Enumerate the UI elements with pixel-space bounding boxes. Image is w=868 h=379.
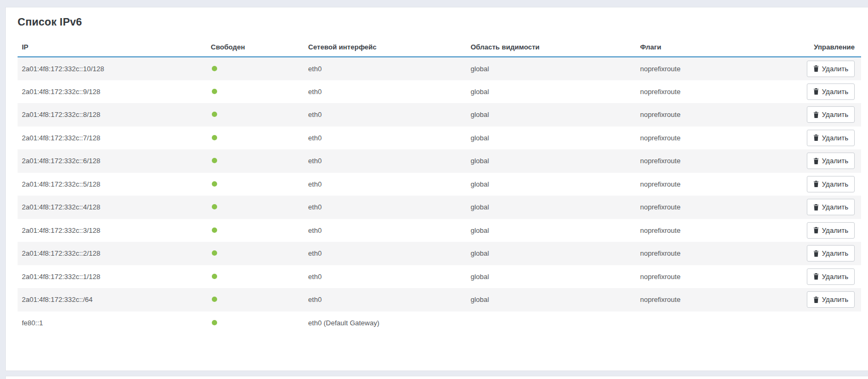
table-row: 2a01:4f8:172:332c::8/128 eth0 global nop…: [18, 103, 861, 127]
column-header-free: Свободен: [206, 38, 304, 57]
column-header-scope: Область видимости: [466, 38, 636, 57]
delete-button[interactable]: Удалить: [807, 176, 855, 192]
free-cell: [206, 196, 304, 219]
delete-button[interactable]: Удалить: [807, 199, 855, 215]
manage-cell: Удалить: [802, 219, 861, 242]
scope-cell: global: [466, 103, 636, 127]
delete-button[interactable]: Удалить: [807, 153, 855, 169]
flags-cell: noprefixroute: [636, 288, 802, 311]
ip-cell: 2a01:4f8:172:332c::2/128: [18, 242, 206, 265]
table-row: 2a01:4f8:172:332c::3/128 eth0 global nop…: [18, 219, 861, 242]
delete-button[interactable]: Удалить: [807, 83, 855, 100]
interface-cell: eth0: [304, 127, 466, 150]
trash-icon: [813, 134, 819, 141]
delete-button-label: Удалить: [822, 249, 848, 257]
flags-cell: noprefixroute: [636, 103, 802, 127]
ip-cell: 2a01:4f8:172:332c::5/128: [18, 173, 206, 196]
free-cell: [206, 219, 304, 242]
ip-cell: fe80::1: [18, 311, 206, 335]
ip-cell: 2a01:4f8:172:332c::4/128: [18, 196, 206, 219]
table-row: 2a01:4f8:172:332c::1/128 eth0 global nop…: [18, 265, 861, 289]
flags-cell: noprefixroute: [636, 127, 802, 150]
scope-cell: global: [466, 80, 636, 104]
manage-cell: Удалить: [802, 288, 861, 311]
scope-cell: [466, 311, 636, 335]
table-body: 2a01:4f8:172:332c::10/128 eth0 global no…: [18, 57, 861, 334]
flags-cell: noprefixroute: [636, 242, 802, 265]
scope-cell: global: [466, 149, 636, 173]
scope-cell: global: [466, 219, 636, 242]
manage-cell: Удалить: [802, 80, 861, 104]
column-header-ip: IP: [18, 38, 206, 57]
ip-cell: 2a01:4f8:172:332c::10/128: [18, 57, 206, 80]
manage-cell: Удалить: [802, 57, 861, 80]
delete-button-label: Удалить: [822, 88, 848, 96]
ip-cell: 2a01:4f8:172:332c::3/128: [18, 219, 206, 242]
table-row: 2a01:4f8:172:332c::5/128 eth0 global nop…: [18, 173, 861, 196]
manage-cell: Удалить: [802, 103, 861, 127]
delete-button-label: Удалить: [822, 273, 848, 281]
interface-cell: eth0: [304, 219, 466, 242]
delete-button[interactable]: Удалить: [807, 222, 855, 239]
free-status-dot: [212, 66, 217, 71]
table-row: fe80::1 eth0 (Default Gateway): [18, 311, 861, 335]
scope-cell: global: [466, 196, 636, 219]
delete-button[interactable]: Удалить: [807, 268, 855, 285]
table-row: 2a01:4f8:172:332c::10/128 eth0 global no…: [18, 57, 861, 80]
table-row: 2a01:4f8:172:332c::9/128 eth0 global nop…: [18, 80, 861, 104]
manage-cell: [802, 311, 861, 335]
next-panel-top-edge: [5, 376, 868, 379]
table-row: 2a01:4f8:172:332c::7/128 eth0 global nop…: [18, 127, 861, 150]
trash-icon: [813, 88, 819, 95]
table-row: 2a01:4f8:172:332c::2/128 eth0 global nop…: [18, 242, 861, 265]
free-status-dot: [212, 228, 217, 233]
delete-button-label: Удалить: [822, 134, 848, 142]
ipv6-list-panel: Список IPv6 IPСвободенСетевой интерфейсО…: [5, 7, 868, 371]
free-cell: [206, 80, 304, 104]
manage-cell: Удалить: [802, 149, 861, 173]
free-status-dot: [212, 297, 217, 302]
flags-cell: noprefixroute: [636, 80, 802, 104]
interface-cell: eth0: [304, 149, 466, 173]
free-status-dot: [212, 181, 217, 187]
manage-cell: Удалить: [802, 127, 861, 150]
trash-icon: [813, 227, 819, 233]
trash-icon: [813, 158, 819, 164]
interface-cell: eth0: [304, 57, 466, 80]
flags-cell: noprefixroute: [636, 57, 802, 80]
flags-cell: noprefixroute: [636, 265, 802, 289]
free-status-dot: [212, 274, 217, 279]
ip-cell: 2a01:4f8:172:332c::1/128: [18, 265, 206, 289]
delete-button-label: Удалить: [822, 226, 848, 234]
flags-cell: noprefixroute: [636, 149, 802, 173]
free-cell: [206, 127, 304, 150]
flags-cell: noprefixroute: [636, 173, 802, 196]
free-status-dot: [212, 250, 217, 256]
table-row: 2a01:4f8:172:332c::6/128 eth0 global nop…: [18, 149, 861, 173]
delete-button[interactable]: Удалить: [807, 106, 855, 123]
delete-button-label: Удалить: [822, 203, 848, 211]
interface-cell: eth0: [304, 103, 466, 127]
free-status-dot: [212, 112, 217, 117]
free-status-dot: [212, 204, 217, 209]
delete-button[interactable]: Удалить: [807, 61, 855, 77]
free-status-dot: [212, 135, 217, 140]
trash-icon: [813, 112, 819, 118]
delete-button[interactable]: Удалить: [807, 291, 855, 308]
trash-icon: [813, 65, 819, 72]
delete-button[interactable]: Удалить: [807, 130, 855, 146]
column-header-flags: Флаги: [636, 38, 802, 57]
delete-button[interactable]: Удалить: [807, 245, 855, 262]
flags-cell: noprefixroute: [636, 219, 802, 242]
panel-title: Список IPv6: [18, 15, 861, 29]
delete-button-label: Удалить: [822, 111, 848, 119]
free-status-dot: [212, 320, 217, 325]
scope-cell: global: [466, 127, 636, 150]
trash-icon: [813, 181, 819, 187]
free-status-dot: [212, 89, 217, 94]
column-header-manage: Управление: [802, 38, 861, 57]
ipv6-table: IPСвободенСетевой интерфейсОбласть видим…: [18, 38, 861, 334]
trash-icon: [813, 273, 819, 280]
ip-cell: 2a01:4f8:172:332c::9/128: [18, 80, 206, 104]
interface-cell: eth0: [304, 265, 466, 289]
